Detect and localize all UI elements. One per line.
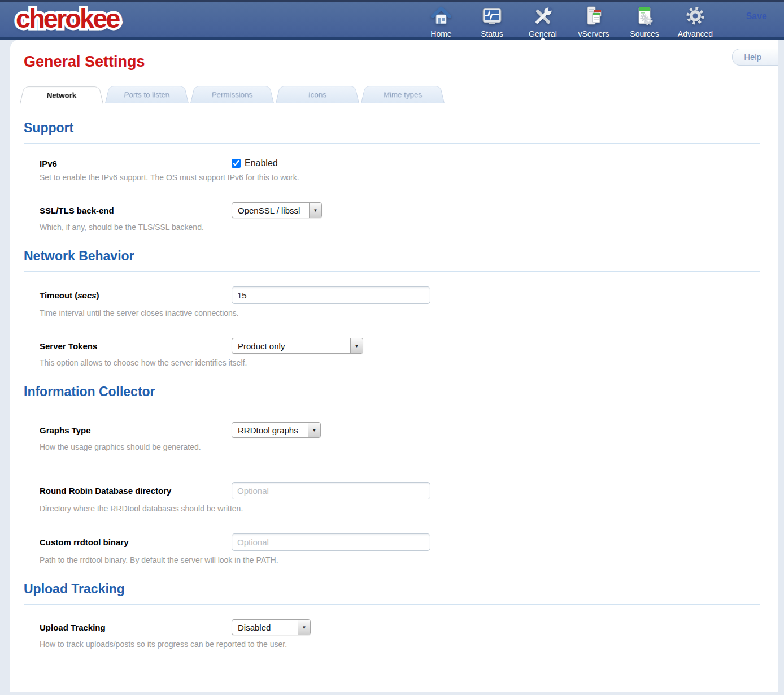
graphs-type-comment: How the usage graphics should be generat… — [40, 442, 760, 451]
nav-label: Status — [481, 29, 503, 38]
tab-bar: NetworkPorts to listenPermissionsIconsMi… — [10, 84, 778, 103]
nav-item-vservers[interactable]: vServers — [568, 3, 619, 39]
nav-item-home[interactable]: Home — [416, 3, 467, 39]
entry-server-tokens: Server Tokens Product only ▼ This option… — [40, 338, 760, 367]
chevron-down-icon: ▼ — [350, 338, 363, 353]
nav-item-general[interactable]: General — [517, 3, 568, 39]
nav-label: Home — [430, 29, 451, 38]
entry-rrd-directory: Round Robin Database directory Directory… — [40, 482, 760, 513]
help-button[interactable]: Help — [732, 49, 778, 66]
server-tokens-comment: This option allows to choose how the ser… — [40, 358, 760, 367]
timeout-label: Timeout (secs) — [40, 290, 232, 300]
status-icon — [467, 5, 517, 29]
section-upload-tracking: Upload Tracking Upload Tracking Disabled… — [24, 581, 760, 649]
ipv6-checkbox[interactable] — [232, 159, 241, 168]
server-tokens-select[interactable]: Product only ▼ — [232, 338, 363, 354]
ssl-backend-comment: Which, if any, should be the TLS/SSL bac… — [40, 223, 760, 232]
ssl-backend-select[interactable]: OpenSSL / libssl ▼ — [232, 202, 322, 218]
nav-item-sources[interactable]: Sources — [619, 3, 670, 39]
section-title: Support — [24, 120, 760, 144]
entry-ssl-backend: SSL/TLS back-end OpenSSL / libssl ▼ Whic… — [40, 202, 760, 232]
section-title: Network Behavior — [24, 249, 760, 272]
top-bar: cherokee cherokee Home Status General — [0, 0, 784, 40]
tab-mime-types[interactable]: Mime types — [361, 86, 445, 103]
cherokee-logo[interactable]: cherokee cherokee — [16, 3, 119, 34]
vservers-icon — [568, 5, 619, 29]
nav-item-advanced[interactable]: Advanced — [670, 3, 721, 39]
tab-ports-to-listen[interactable]: Ports to listen — [105, 86, 189, 103]
nav-label: vServers — [578, 29, 609, 38]
tab-icons[interactable]: Icons — [276, 86, 359, 103]
rrdtool-binary-comment: Path to the rrdtool binary. By default t… — [40, 555, 760, 564]
entry-ipv6: IPv6 Enabled Set to enable the IPv6 supp… — [40, 158, 760, 182]
graphs-type-select[interactable]: RRDtool graphs ▼ — [232, 422, 321, 438]
ipv6-label: IPv6 — [40, 159, 232, 168]
graphs-type-label: Graphs Type — [40, 425, 232, 435]
logo-text: cherokee — [16, 3, 119, 33]
tab-network[interactable]: Network — [20, 86, 103, 104]
entry-timeout: Timeout (secs) Time interval until the s… — [40, 286, 760, 318]
ipv6-comment: Set to enable the IPv6 support. The OS m… — [40, 173, 760, 182]
rrdtool-binary-label: Custom rrdtool binary — [40, 537, 232, 547]
entry-rrdtool-binary: Custom rrdtool binary Path to the rrdtoo… — [40, 533, 760, 564]
ssl-backend-value: OpenSSL / libssl — [232, 206, 309, 215]
chevron-down-icon: ▼ — [298, 620, 310, 635]
save-button[interactable]: Save — [746, 11, 767, 21]
timeout-comment: Time interval until the server closes in… — [40, 309, 760, 318]
nav-item-status[interactable]: Status — [467, 3, 517, 39]
rrd-directory-comment: Directory where the RRDtool databases sh… — [40, 504, 760, 513]
rrdtool-binary-input[interactable] — [232, 533, 430, 551]
rrd-directory-input[interactable] — [232, 482, 430, 499]
section-support: Support IPv6 Enabled Set to enable the I… — [24, 120, 760, 232]
tab-permissions[interactable]: Permissions — [190, 86, 274, 103]
sources-icon — [619, 5, 670, 29]
main-nav: Home Status General vServers Sources — [416, 3, 721, 39]
page-title: General Settings — [24, 53, 778, 71]
section-network-behavior: Network Behavior Timeout (secs) Time int… — [24, 249, 760, 367]
ssl-backend-label: SSL/TLS back-end — [40, 206, 232, 215]
upload-tracking-select[interactable]: Disabled ▼ — [232, 619, 311, 635]
nav-label: Sources — [630, 29, 659, 38]
graphs-type-value: RRDtool graphs — [232, 425, 308, 435]
section-title: Upload Tracking — [24, 581, 760, 605]
section-title: Information Collector — [24, 384, 760, 407]
general-icon — [517, 5, 568, 29]
server-tokens-label: Server Tokens — [40, 341, 232, 351]
advanced-icon — [670, 5, 721, 29]
nav-label: Advanced — [678, 29, 713, 38]
upload-tracking-comment: How to track uploads/posts so its progre… — [40, 640, 760, 649]
rrd-directory-label: Round Robin Database directory — [40, 486, 232, 496]
server-tokens-value: Product only — [232, 341, 350, 351]
chevron-down-icon: ▼ — [308, 423, 320, 437]
section-information-collector: Information Collector Graphs Type RRDtoo… — [24, 384, 760, 564]
home-icon — [416, 5, 467, 29]
upload-tracking-value: Disabled — [232, 623, 298, 632]
content-panel: General Settings Help NetworkPorts to li… — [10, 40, 778, 692]
upload-tracking-label: Upload Tracking — [40, 623, 232, 632]
timeout-input[interactable] — [232, 286, 430, 304]
ipv6-checkbox-label: Enabled — [245, 158, 278, 168]
entry-upload-tracking: Upload Tracking Disabled ▼ How to track … — [40, 619, 760, 649]
chevron-down-icon: ▼ — [309, 203, 321, 218]
entry-graphs-type: Graphs Type RRDtool graphs ▼ How the usa… — [40, 422, 760, 451]
